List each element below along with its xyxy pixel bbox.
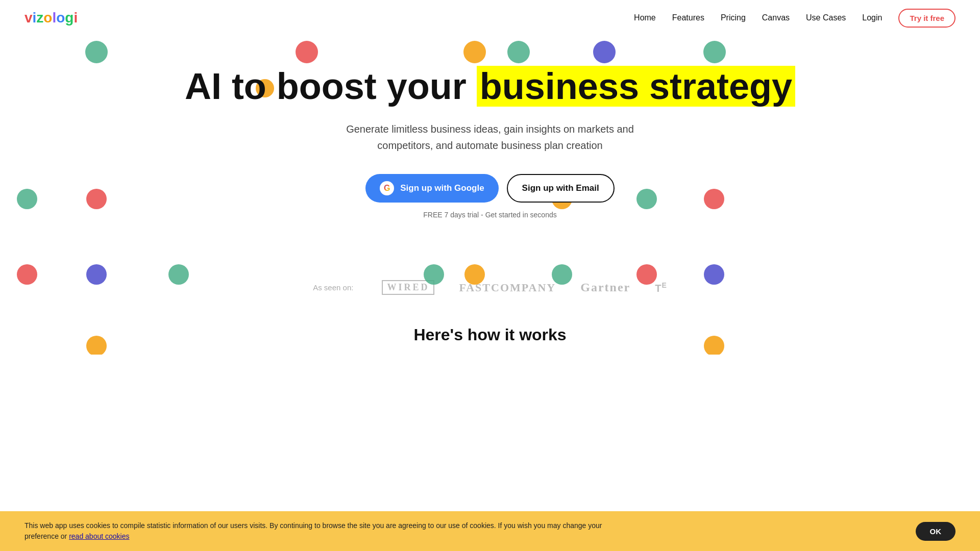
signup-google-label: Sign up with Google [400, 183, 484, 193]
nav-features[interactable]: Features [672, 13, 704, 22]
signup-email-button[interactable]: Sign up with Email [507, 174, 615, 203]
trial-text: FREE 7 days trial - Get started in secon… [24, 211, 955, 219]
navbar: vizologi Home Features Pricing Canvas Us… [0, 0, 980, 36]
nav-use-cases[interactable]: Use Cases [806, 13, 846, 22]
signup-google-button[interactable]: G Sign up with Google [365, 174, 498, 203]
nav-login[interactable]: Login [862, 13, 882, 22]
nav-canvas[interactable]: Canvas [762, 13, 790, 22]
tc-logo: TE [655, 281, 667, 294]
wired-logo: WIRED [382, 280, 434, 295]
hero-title-highlight: business strategy [477, 66, 795, 107]
fastcompany-logo: FASTCOMPANY [459, 281, 556, 294]
hero-section: AI to boost your business strategy Gener… [0, 36, 980, 260]
nav-home[interactable]: Home [634, 13, 656, 22]
hero-title: AI to boost your business strategy [24, 66, 955, 107]
how-it-works-section: Here's how it works [0, 305, 980, 355]
brand-logos: As seen on: WIRED FASTCOMPANY Gartner TE [24, 280, 955, 295]
as-seen-on-section: As seen on: WIRED FASTCOMPANY Gartner TE [0, 260, 980, 305]
hero-subtitle: Generate limitless business ideas, gain … [327, 121, 653, 154]
cta-buttons: G Sign up with Google Sign up with Email [24, 174, 955, 203]
nav-links: Home Features Pricing Canvas Use Cases L… [634, 9, 955, 28]
how-it-works-title: Here's how it works [24, 325, 955, 344]
as-seen-label: As seen on: [313, 283, 353, 292]
nav-pricing[interactable]: Pricing [721, 13, 746, 22]
logo[interactable]: vizologi [24, 10, 78, 26]
signup-email-label: Sign up with Email [522, 183, 599, 193]
try-it-free-button[interactable]: Try it free [898, 9, 955, 28]
gartner-logo: Gartner [580, 281, 630, 294]
google-icon: G [380, 181, 394, 195]
